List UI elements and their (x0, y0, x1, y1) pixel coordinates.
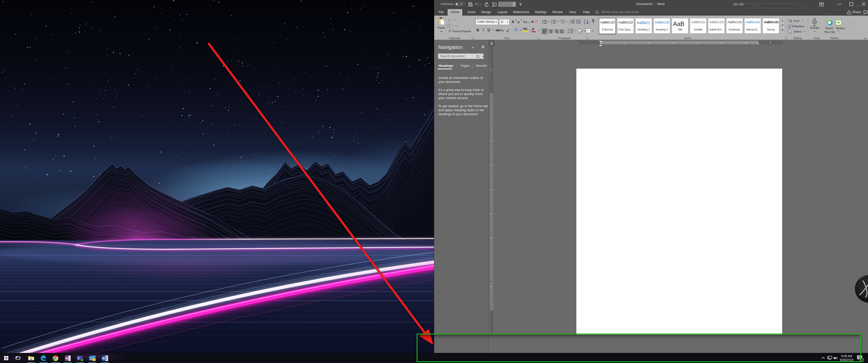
svg-text:W: W (102, 357, 105, 360)
svg-text:i: i (561, 23, 562, 24)
svg-text:1: 1 (490, 69, 492, 70)
svg-text:5: 5 (490, 213, 492, 214)
svg-text:1: 1 (577, 41, 578, 44)
svg-text:Z: Z (584, 22, 585, 25)
svg-text:7: 7 (770, 41, 771, 44)
svg-text:ac: ac (788, 26, 791, 28)
svg-text:3: 3 (490, 165, 492, 166)
svg-text:5: 5 (721, 42, 722, 44)
svg-text:4: 4 (697, 42, 698, 44)
svg-text:T: T (78, 357, 80, 360)
svg-text:8: 8 (490, 286, 492, 287)
svg-text:3: 3 (551, 23, 552, 24)
svg-text:6: 6 (490, 237, 492, 238)
svg-text:2: 2 (649, 42, 650, 44)
svg-text:1: 1 (490, 116, 492, 118)
svg-text:3: 3 (673, 42, 674, 44)
svg-text:4: 4 (490, 189, 492, 190)
svg-text:7: 7 (861, 359, 863, 362)
svg-text:1: 1 (624, 42, 625, 44)
svg-text:N: N (66, 357, 68, 360)
svg-text:2: 2 (490, 140, 492, 142)
svg-text:7: 7 (490, 261, 492, 263)
svg-text:6: 6 (745, 42, 747, 44)
svg-text:A: A (584, 19, 586, 22)
